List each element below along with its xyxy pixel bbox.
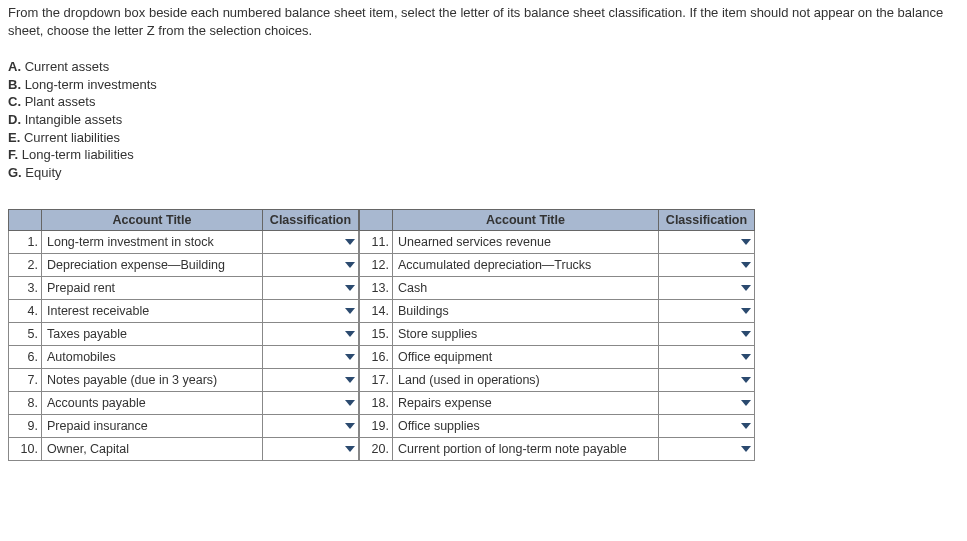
legend-letter: E. [8, 130, 20, 145]
row-number: 9. [9, 415, 42, 438]
account-title-cell: Interest receivable [42, 300, 263, 323]
legend-letter: C. [8, 94, 21, 109]
row-number: 7. [9, 369, 42, 392]
classification-dropdown[interactable] [263, 346, 358, 368]
table-row: 17. Land (used in operations) [360, 369, 755, 392]
legend-letter: F. [8, 147, 18, 162]
chevron-down-icon [345, 239, 355, 245]
classification-dropdown[interactable] [263, 438, 358, 460]
chevron-down-icon [345, 400, 355, 406]
table-row: 20. Current portion of long-term note pa… [360, 438, 755, 461]
legend-letter: B. [8, 77, 21, 92]
legend-letter: G. [8, 165, 22, 180]
legend-letter: D. [8, 112, 21, 127]
table-row: 3. Prepaid rent [9, 277, 359, 300]
chevron-down-icon [741, 285, 751, 291]
chevron-down-icon [741, 331, 751, 337]
legend-text: Current assets [25, 59, 110, 74]
account-title-cell: Prepaid insurance [42, 415, 263, 438]
chevron-down-icon [741, 446, 751, 452]
table-row: 2. Depreciation expense—Building [9, 254, 359, 277]
row-number: 13. [360, 277, 393, 300]
table-row: 7. Notes payable (due in 3 years) [9, 369, 359, 392]
chevron-down-icon [345, 446, 355, 452]
chevron-down-icon [345, 423, 355, 429]
row-number: 15. [360, 323, 393, 346]
classification-dropdown[interactable] [659, 277, 754, 299]
row-number: 19. [360, 415, 393, 438]
right-table: Account Title Classification 11. Unearne… [359, 209, 755, 461]
classification-dropdown[interactable] [659, 438, 754, 460]
chevron-down-icon [345, 331, 355, 337]
row-number: 20. [360, 438, 393, 461]
account-title-cell: Automobiles [42, 346, 263, 369]
table-row: 13. Cash [360, 277, 755, 300]
legend-text: Intangible assets [25, 112, 123, 127]
account-title-cell: Office equipment [393, 346, 659, 369]
legend-text: Long-term investments [25, 77, 157, 92]
chevron-down-icon [345, 285, 355, 291]
row-number: 14. [360, 300, 393, 323]
row-number: 4. [9, 300, 42, 323]
classification-dropdown[interactable] [263, 369, 358, 391]
account-title-cell: Cash [393, 277, 659, 300]
account-title-cell: Office supplies [393, 415, 659, 438]
chevron-down-icon [345, 308, 355, 314]
classification-dropdown[interactable] [659, 392, 754, 414]
classification-dropdown[interactable] [263, 277, 358, 299]
legend-text: Long-term liabilities [22, 147, 134, 162]
classification-dropdown[interactable] [263, 323, 358, 345]
table-row: 1. Long-term investment in stock [9, 231, 359, 254]
classification-dropdown[interactable] [659, 254, 754, 276]
table-row: 5. Taxes payable [9, 323, 359, 346]
classification-dropdown[interactable] [659, 369, 754, 391]
classification-dropdown[interactable] [659, 415, 754, 437]
legend-text: Plant assets [25, 94, 96, 109]
chevron-down-icon [741, 239, 751, 245]
chevron-down-icon [741, 262, 751, 268]
account-title-cell: Depreciation expense—Building [42, 254, 263, 277]
account-title-cell: Owner, Capital [42, 438, 263, 461]
classification-legend: A. Current assets B. Long-term investmen… [8, 58, 959, 181]
left-table: Account Title Classification 1. Long-ter… [8, 209, 359, 461]
row-number: 3. [9, 277, 42, 300]
table-row: 4. Interest receivable [9, 300, 359, 323]
account-title-cell: Land (used in operations) [393, 369, 659, 392]
tables-container: Account Title Classification 1. Long-ter… [8, 209, 959, 461]
row-number: 12. [360, 254, 393, 277]
row-number: 2. [9, 254, 42, 277]
table-row: 6. Automobiles [9, 346, 359, 369]
account-title-cell: Accumulated depreciation—Trucks [393, 254, 659, 277]
row-number: 17. [360, 369, 393, 392]
table-row: 11. Unearned services revenue [360, 231, 755, 254]
account-title-cell: Long-term investment in stock [42, 231, 263, 254]
account-title-cell: Unearned services revenue [393, 231, 659, 254]
classification-dropdown[interactable] [659, 323, 754, 345]
classification-dropdown[interactable] [263, 231, 358, 253]
classification-dropdown[interactable] [659, 231, 754, 253]
table-row: 12. Accumulated depreciation—Trucks [360, 254, 755, 277]
chevron-down-icon [345, 262, 355, 268]
instructions-text: From the dropdown box beside each number… [8, 4, 959, 40]
classification-dropdown[interactable] [263, 415, 358, 437]
table-row: 16. Office equipment [360, 346, 755, 369]
chevron-down-icon [741, 354, 751, 360]
col-number-header [9, 210, 42, 231]
col-classification-header: Classification [659, 210, 755, 231]
classification-dropdown[interactable] [263, 392, 358, 414]
classification-dropdown[interactable] [659, 300, 754, 322]
classification-dropdown[interactable] [263, 254, 358, 276]
chevron-down-icon [741, 400, 751, 406]
table-row: 19. Office supplies [360, 415, 755, 438]
row-number: 8. [9, 392, 42, 415]
table-row: 18. Repairs expense [360, 392, 755, 415]
row-number: 1. [9, 231, 42, 254]
account-title-cell: Repairs expense [393, 392, 659, 415]
classification-dropdown[interactable] [659, 346, 754, 368]
table-row: 8. Accounts payable [9, 392, 359, 415]
account-title-cell: Notes payable (due in 3 years) [42, 369, 263, 392]
row-number: 5. [9, 323, 42, 346]
table-row: 15. Store supplies [360, 323, 755, 346]
classification-dropdown[interactable] [263, 300, 358, 322]
col-number-header [360, 210, 393, 231]
